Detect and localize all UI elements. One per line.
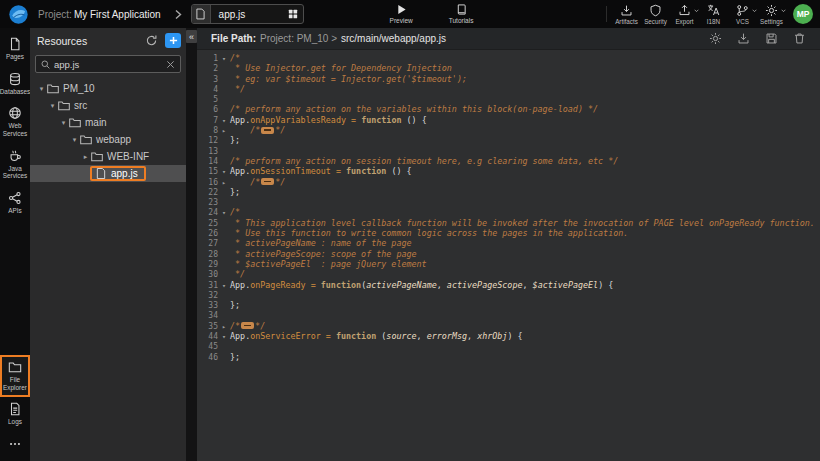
- gear-icon[interactable]: [709, 32, 722, 45]
- tree-item-app-js[interactable]: app.js: [30, 165, 186, 182]
- artifacts-icon: [620, 4, 633, 17]
- file-path-bar: File Path: Project: PM_10 > src/main/web…: [197, 28, 820, 50]
- export-icon: [678, 4, 691, 17]
- topbar-action-security[interactable]: Security: [641, 4, 670, 25]
- tutorials-button[interactable]: Tutorials: [449, 4, 474, 24]
- databases-icon: [8, 72, 22, 86]
- settings-icon: [765, 4, 778, 17]
- code-line-29: 29 * $activePageEl : page jQuery element: [197, 259, 820, 269]
- sidebar-item-java-services[interactable]: Java Services: [0, 144, 30, 186]
- refresh-icon[interactable]: [146, 35, 157, 46]
- chevron-down-icon[interactable]: ▾: [59, 119, 68, 127]
- collapse-panel-button[interactable]: «: [186, 30, 197, 43]
- app-logo-icon[interactable]: [8, 4, 29, 25]
- project-name: My First Application: [74, 9, 161, 20]
- sidebar-item-logs[interactable]: Logs: [0, 397, 30, 432]
- chevron-right-icon[interactable]: ▸: [81, 153, 90, 161]
- topbar-action-label: Settings: [760, 18, 783, 25]
- search-input[interactable]: [54, 59, 162, 70]
- tutorials-label: Tutorials: [449, 17, 474, 24]
- line-number: 46: [197, 353, 218, 363]
- code-line-3: 3 * eg: var $timeout = Injector.get('$ti…: [197, 74, 820, 84]
- tree-item-src[interactable]: ▾src: [30, 97, 186, 114]
- code-line-22: 22};: [197, 187, 820, 197]
- topbar-action-vcs[interactable]: VCS: [728, 4, 757, 25]
- topbar-action-export[interactable]: Export: [670, 4, 699, 25]
- preview-button[interactable]: Preview: [390, 4, 413, 24]
- code-line-26: 26 * Use this function to write common l…: [197, 228, 820, 238]
- sidebar-item-label: Pages: [6, 53, 24, 61]
- add-resource-button[interactable]: [165, 33, 181, 48]
- trash-icon[interactable]: [793, 32, 806, 45]
- tree-item-label: PM_10: [63, 83, 95, 94]
- tree-item-webapp[interactable]: ▾webapp: [30, 131, 186, 148]
- tree-item-label: app.js: [111, 168, 138, 179]
- code-line-2: 2 * Use Injector.get for Dependency Inje…: [197, 63, 820, 73]
- grid-menu-icon[interactable]: [288, 9, 298, 19]
- chevron-right-icon: [174, 9, 183, 20]
- annotation-highlight: app.js: [90, 166, 146, 181]
- file-tab[interactable]: app.js: [191, 4, 304, 24]
- save-icon[interactable]: [765, 32, 778, 45]
- resources-header: Resources: [30, 28, 186, 53]
- tree-item-main[interactable]: ▾main: [30, 114, 186, 131]
- folder-icon: [91, 151, 103, 162]
- tree-item-label: WEB-INF: [107, 151, 149, 162]
- folded-code-widget[interactable]: [261, 178, 274, 185]
- play-icon: [396, 4, 407, 15]
- security-icon: [649, 4, 662, 17]
- code-line-35: 35▸/**/: [197, 321, 820, 331]
- chevron-down-icon: [781, 9, 786, 13]
- code-line-34: 34: [197, 310, 820, 320]
- code-line-16: 16▸ /**/: [197, 177, 820, 187]
- download-icon[interactable]: [737, 32, 750, 45]
- sidebar-item-file-explorer[interactable]: File Explorer: [0, 355, 30, 397]
- code-line-46: 46};: [197, 352, 820, 362]
- project-breadcrumb[interactable]: Project: My First Application: [38, 9, 161, 20]
- file-path-project: Project: PM_10 >: [260, 33, 337, 44]
- topbar-action-artifacts[interactable]: Artifacts: [612, 4, 641, 25]
- topbar-actions: ArtifactsSecurityExportI18NVCSSettings M…: [606, 4, 820, 25]
- folded-code-widget[interactable]: [241, 322, 254, 329]
- folder-icon: [69, 117, 81, 128]
- sidebar-item-pages[interactable]: Pages: [0, 32, 30, 67]
- sidebar-item-label: Logs: [8, 418, 22, 426]
- user-avatar[interactable]: MP: [793, 4, 813, 24]
- clear-search-icon[interactable]: [166, 60, 175, 69]
- chevron-down-icon[interactable]: ▾: [70, 136, 79, 144]
- sidebar-item-label: Web Services: [0, 122, 30, 137]
- web-services-icon: [8, 106, 22, 120]
- sidebar-item-databases[interactable]: Databases: [0, 67, 30, 102]
- panel-divider: «: [186, 28, 197, 461]
- pages-icon: [8, 37, 22, 51]
- more-icon: [8, 437, 22, 451]
- file-icon: [95, 168, 107, 179]
- sidebar-item-web-services[interactable]: Web Services: [0, 101, 30, 143]
- folder-icon: [58, 100, 70, 111]
- topbar-action-i18n[interactable]: I18N: [699, 4, 728, 25]
- topbar: Project: My First Application app.js Pre…: [0, 0, 820, 28]
- folded-code-widget[interactable]: [261, 127, 274, 134]
- tree-item-web-inf[interactable]: ▸WEB-INF: [30, 148, 186, 165]
- sidebar-bottom-group: File ExplorerLogs: [0, 355, 30, 457]
- sidebar-item-more[interactable]: [0, 432, 30, 457]
- topbar-action-label: Security: [644, 18, 667, 25]
- chevron-down-icon[interactable]: ▾: [37, 85, 46, 93]
- code-line-44: 44▾App.onServiceError = function (source…: [197, 331, 820, 341]
- line-number: 30: [197, 270, 218, 280]
- folder-icon: [80, 134, 92, 145]
- sidebar-item-apis[interactable]: APIs: [0, 186, 30, 221]
- code-area[interactable]: 1▾/*2 * Use Injector.get for Dependency …: [197, 50, 820, 461]
- resource-search-box: [35, 55, 181, 73]
- code-line-31: 31▾App.onPageReady = function(activePage…: [197, 280, 820, 290]
- code-line-25: 25 * This application level callback fun…: [197, 218, 820, 228]
- code-line-30: 30 */: [197, 269, 820, 279]
- chevron-down-icon[interactable]: ▾: [48, 102, 57, 110]
- file-path-label: File Path:: [211, 33, 256, 44]
- separator: [606, 6, 607, 22]
- topbar-action-settings[interactable]: Settings: [757, 4, 786, 25]
- file-explorer-icon: [8, 360, 22, 374]
- file-icon: [192, 5, 211, 23]
- tree-item-pm-10[interactable]: ▾PM_10: [30, 80, 186, 97]
- code-line-23: 23: [197, 197, 820, 207]
